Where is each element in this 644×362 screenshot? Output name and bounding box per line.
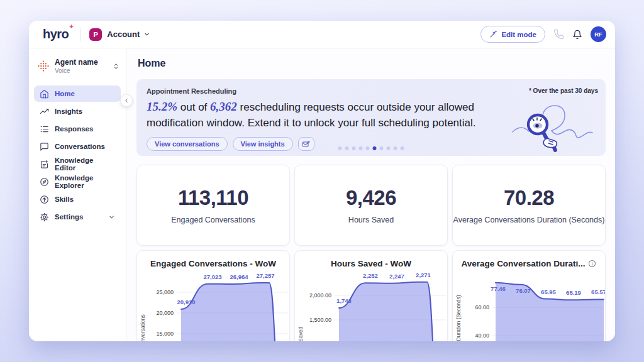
chart-y-axis-label: Hours Saved <box>297 327 304 341</box>
logo-plus-mark: + <box>69 23 73 30</box>
chart-y-axis-label: Engaged Conversations <box>140 314 146 341</box>
agent-name: Agent name <box>55 58 108 67</box>
carousel-dot[interactable] <box>394 146 397 150</box>
stat-label: Hours Saved <box>348 216 394 224</box>
chart-title: Hours Saved - WoW <box>331 259 411 268</box>
stat-label: Engaged Conversations <box>171 216 255 224</box>
insight-banner: Appointment Rescheduling 15.2% out of 6,… <box>136 79 606 156</box>
chart-title: Average Conversation Durati... <box>462 259 586 268</box>
user-avatar[interactable]: RF <box>591 26 606 42</box>
info-icon[interactable] <box>588 260 596 268</box>
sidebar-item-home[interactable]: Home <box>34 85 121 102</box>
sidebar-item-knowledge-explorer[interactable]: Knowledge Explorer <box>34 173 121 190</box>
carousel-dot[interactable] <box>338 146 342 150</box>
view-insights-button[interactable]: View insights <box>233 137 293 151</box>
agent-selector[interactable]: Agent name Voice <box>29 54 126 80</box>
stat-value: 70.28 <box>504 186 554 210</box>
chevron-left-icon <box>123 97 130 104</box>
chevron-down-icon <box>143 31 150 38</box>
sidebar-item-label: Settings <box>55 213 83 221</box>
svg-text:2,000.00: 2,000.00 <box>309 292 331 299</box>
carousel-dot[interactable] <box>387 146 391 150</box>
chart-card: Average Conversation Durati...60.0040.00… <box>452 250 606 341</box>
banner-note: * Over the past 30 days <box>529 87 598 94</box>
sidebar-item-insights[interactable]: Insights <box>34 103 121 119</box>
stat-card-engaged-conversations: 113,110 Engaged Conversations <box>136 165 290 246</box>
stats-row: 113,110 Engaged Conversations 9,426 Hour… <box>136 165 606 246</box>
skills-icon <box>40 195 49 204</box>
edit-mode-button[interactable]: Edit mode <box>480 26 545 43</box>
carousel-dot-active[interactable] <box>373 146 377 150</box>
workspace-switcher[interactable]: P Account <box>89 28 150 41</box>
carousel-dot[interactable] <box>352 146 356 150</box>
svg-text:20,910: 20,910 <box>177 299 195 305</box>
top-bar: hyro+ P Account Edit mode RF <box>29 21 615 48</box>
conversations-icon <box>40 142 49 151</box>
sidebar-item-settings[interactable]: Settings <box>34 209 121 225</box>
carousel-dot[interactable] <box>401 146 404 150</box>
sidebar-item-responses[interactable]: Responses <box>34 121 121 137</box>
stat-value: 113,110 <box>178 186 248 210</box>
chart-title: Engaged Conversations - WoW <box>150 259 276 268</box>
sidebar-item-label: Home <box>55 90 75 97</box>
main-content: Home Appointment Rescheduling 15.2% out … <box>126 48 615 341</box>
banner-eyebrow: Appointment Rescheduling <box>147 87 596 95</box>
svg-text:26,964: 26,964 <box>230 273 248 280</box>
svg-text:40.00: 40.00 <box>475 332 489 339</box>
svg-text:25,000: 25,000 <box>156 289 174 295</box>
svg-text:27,023: 27,023 <box>203 273 221 280</box>
svg-text:1,743: 1,743 <box>336 297 352 304</box>
carousel-dot[interactable] <box>345 146 349 150</box>
sidebar-item-skills[interactable]: Skills <box>34 191 121 207</box>
svg-text:2,252: 2,252 <box>363 272 378 279</box>
bell-icon[interactable] <box>572 30 582 40</box>
svg-text:65.95: 65.95 <box>541 288 556 295</box>
stat-label: Average Conversations Duration (Seconds) <box>453 216 605 224</box>
sidebar-item-label: Insights <box>55 107 82 115</box>
home-icon <box>40 89 49 99</box>
sidebar: Agent name Voice HomeInsightsResponsesCo… <box>29 48 126 341</box>
carousel-dot[interactable] <box>380 146 384 150</box>
insights-icon <box>40 107 49 116</box>
sidebar-item-conversations[interactable]: Conversations <box>34 138 121 155</box>
envelope-share-icon <box>302 140 310 148</box>
carousel-dot[interactable] <box>366 146 370 150</box>
chart-card: Hours Saved - WoW2,000.001,500.001,7432,… <box>294 250 448 341</box>
svg-text:2,271: 2,271 <box>416 272 431 278</box>
svg-text:60.00: 60.00 <box>475 304 489 310</box>
share-insight-button[interactable] <box>298 137 314 151</box>
topbar-divider <box>80 28 81 41</box>
settings-icon <box>40 212 49 222</box>
workspace-badge: P <box>89 28 102 41</box>
stat-card-hours-saved: 9,426 Hours Saved <box>294 165 448 246</box>
app-window: hyro+ P Account Edit mode RF <box>29 21 615 341</box>
sidebar-collapse-button[interactable] <box>120 94 133 107</box>
knowledge-explorer-icon <box>40 177 49 187</box>
charts-row: Engaged Conversations - WoW25,00020,0001… <box>136 250 606 341</box>
stat-value: 9,426 <box>346 186 396 210</box>
sidebar-nav: HomeInsightsResponsesConversationsKnowle… <box>29 85 126 225</box>
workspace-name: Account <box>107 30 140 39</box>
stat-card-avg-duration: 70.28 Average Conversations Duration (Se… <box>452 165 606 246</box>
sidebar-item-label: Responses <box>55 125 93 133</box>
phone-icon[interactable] <box>553 29 564 40</box>
sidebar-item-label: Conversations <box>55 143 105 150</box>
page-title: Home <box>138 58 606 69</box>
sidebar-item-knowledge-editor[interactable]: Knowledge Editor <box>34 156 121 172</box>
view-conversations-button[interactable]: View conversations <box>147 137 228 151</box>
chevron-down-icon <box>108 214 115 221</box>
edit-mode-label: Edit mode <box>501 31 536 38</box>
banner-stat-count: 6,362 <box>210 100 237 113</box>
svg-text:20,000: 20,000 <box>156 310 174 316</box>
svg-text:77.46: 77.46 <box>491 285 506 292</box>
agent-dotted-icon <box>37 60 50 72</box>
svg-text:15,000: 15,000 <box>156 331 174 337</box>
sidebar-item-label: Knowledge Editor <box>55 156 115 172</box>
carousel-dots <box>338 146 404 150</box>
carousel-dot[interactable] <box>359 146 363 150</box>
sidebar-item-label: Knowledge Explorer <box>55 174 115 189</box>
svg-text:1,500.00: 1,500.00 <box>309 317 331 323</box>
svg-text:76.07: 76.07 <box>516 287 531 294</box>
banner-message: 15.2% out of 6,362 rescheduling requests… <box>147 99 499 131</box>
chevrons-up-down-icon <box>113 63 119 70</box>
